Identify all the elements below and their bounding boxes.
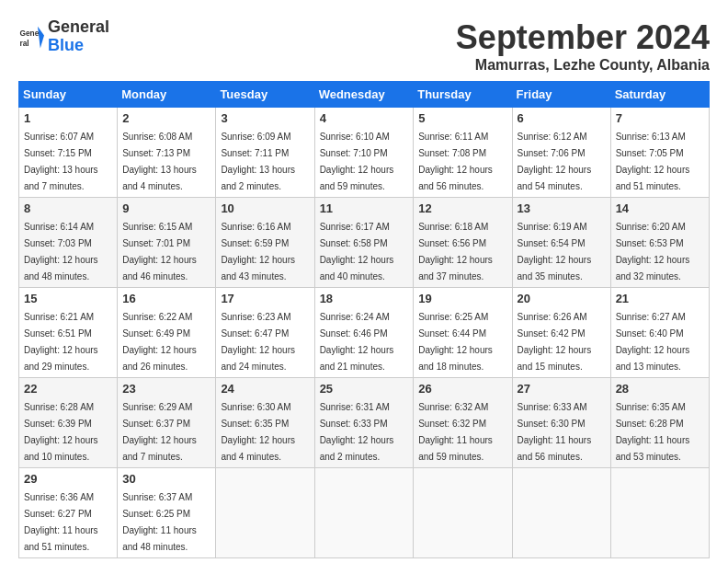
calendar-cell: 5 Sunrise: 6:11 AMSunset: 7:08 PMDayligh… xyxy=(414,108,512,198)
day-info: Sunrise: 6:27 AMSunset: 6:40 PMDaylight:… xyxy=(616,312,690,372)
day-number: 8 xyxy=(24,201,112,215)
day-info: Sunrise: 6:10 AMSunset: 7:10 PMDaylight:… xyxy=(320,132,394,191)
calendar-cell: 4 Sunrise: 6:10 AMSunset: 7:10 PMDayligh… xyxy=(314,108,414,198)
col-friday: Friday xyxy=(512,82,610,108)
day-info: Sunrise: 6:12 AMSunset: 7:06 PMDaylight:… xyxy=(518,132,592,191)
calendar-cell: 24 Sunrise: 6:30 AMSunset: 6:35 PMDaylig… xyxy=(216,378,314,468)
day-number: 17 xyxy=(221,292,309,305)
calendar-cell: 21 Sunrise: 6:27 AMSunset: 6:40 PMDaylig… xyxy=(610,288,709,378)
calendar-cell: 12 Sunrise: 6:18 AMSunset: 6:56 PMDaylig… xyxy=(414,198,512,288)
calendar-cell: 2 Sunrise: 6:08 AMSunset: 7:13 PMDayligh… xyxy=(118,108,216,198)
day-info: Sunrise: 6:11 AMSunset: 7:08 PMDaylight:… xyxy=(418,132,493,191)
day-info: Sunrise: 6:30 AMSunset: 6:35 PMDaylight:… xyxy=(221,402,295,462)
day-number: 3 xyxy=(221,111,309,125)
logo-text: General Blue xyxy=(48,18,109,55)
calendar-cell: 3 Sunrise: 6:09 AMSunset: 7:11 PMDayligh… xyxy=(216,108,314,198)
day-info: Sunrise: 6:08 AMSunset: 7:13 PMDaylight:… xyxy=(122,132,197,191)
day-info: Sunrise: 6:14 AMSunset: 7:03 PMDaylight:… xyxy=(24,222,98,282)
calendar-row: 8 Sunrise: 6:14 AMSunset: 7:03 PMDayligh… xyxy=(19,198,710,288)
day-number: 28 xyxy=(616,382,704,396)
day-info: Sunrise: 6:37 AMSunset: 6:25 PMDaylight:… xyxy=(122,492,197,552)
title-block: September 2024 Mamurras, Lezhe County, A… xyxy=(456,18,710,74)
day-info: Sunrise: 6:09 AMSunset: 7:11 PMDaylight:… xyxy=(221,132,295,191)
day-info: Sunrise: 6:36 AMSunset: 6:27 PMDaylight:… xyxy=(24,492,98,552)
calendar-cell: 6 Sunrise: 6:12 AMSunset: 7:06 PMDayligh… xyxy=(512,108,610,198)
day-info: Sunrise: 6:19 AMSunset: 6:54 PMDaylight:… xyxy=(518,222,592,282)
calendar-cell: 19 Sunrise: 6:25 AMSunset: 6:44 PMDaylig… xyxy=(414,288,512,378)
day-number: 5 xyxy=(418,111,506,125)
calendar-row: 22 Sunrise: 6:28 AMSunset: 6:39 PMDaylig… xyxy=(19,378,710,468)
calendar-cell: 26 Sunrise: 6:32 AMSunset: 6:32 PMDaylig… xyxy=(414,378,512,468)
logo: Gene ral General Blue xyxy=(18,18,109,55)
day-info: Sunrise: 6:07 AMSunset: 7:15 PMDaylight:… xyxy=(24,132,98,191)
calendar-header-row: Sunday Monday Tuesday Wednesday Thursday… xyxy=(19,82,710,108)
day-number: 29 xyxy=(24,472,112,486)
calendar-cell: 30 Sunrise: 6:37 AMSunset: 6:25 PMDaylig… xyxy=(118,468,216,558)
calendar-row: 1 Sunrise: 6:07 AMSunset: 7:15 PMDayligh… xyxy=(19,108,710,198)
svg-marker-3 xyxy=(38,27,44,49)
day-info: Sunrise: 6:20 AMSunset: 6:53 PMDaylight:… xyxy=(616,222,690,282)
calendar-cell xyxy=(512,468,610,558)
day-number: 10 xyxy=(221,201,309,215)
day-number: 6 xyxy=(518,111,606,125)
day-info: Sunrise: 6:18 AMSunset: 6:56 PMDaylight:… xyxy=(418,222,493,282)
day-number: 24 xyxy=(221,382,309,396)
day-info: Sunrise: 6:33 AMSunset: 6:30 PMDaylight:… xyxy=(518,402,592,462)
col-sunday: Sunday xyxy=(19,82,118,108)
col-thursday: Thursday xyxy=(414,82,512,108)
calendar-cell: 20 Sunrise: 6:26 AMSunset: 6:42 PMDaylig… xyxy=(512,288,610,378)
day-number: 4 xyxy=(320,111,409,125)
day-number: 12 xyxy=(418,201,506,215)
location-title: Mamurras, Lezhe County, Albania xyxy=(456,57,710,74)
calendar-cell: 18 Sunrise: 6:24 AMSunset: 6:46 PMDaylig… xyxy=(314,288,414,378)
calendar-cell: 13 Sunrise: 6:19 AMSunset: 6:54 PMDaylig… xyxy=(512,198,610,288)
day-info: Sunrise: 6:23 AMSunset: 6:47 PMDaylight:… xyxy=(221,312,295,372)
day-info: Sunrise: 6:17 AMSunset: 6:58 PMDaylight:… xyxy=(320,222,394,282)
col-monday: Monday xyxy=(118,82,216,108)
day-number: 1 xyxy=(24,111,112,125)
calendar-cell: 8 Sunrise: 6:14 AMSunset: 7:03 PMDayligh… xyxy=(19,198,118,288)
day-info: Sunrise: 6:22 AMSunset: 6:49 PMDaylight:… xyxy=(122,312,197,372)
day-info: Sunrise: 6:13 AMSunset: 7:05 PMDaylight:… xyxy=(616,132,690,191)
month-title: September 2024 xyxy=(456,18,710,57)
day-info: Sunrise: 6:16 AMSunset: 6:59 PMDaylight:… xyxy=(221,222,295,282)
col-saturday: Saturday xyxy=(610,82,709,108)
calendar-cell xyxy=(610,468,709,558)
calendar-cell xyxy=(314,468,414,558)
calendar-table: Sunday Monday Tuesday Wednesday Thursday… xyxy=(18,81,710,558)
day-number: 30 xyxy=(122,472,210,486)
calendar-cell: 15 Sunrise: 6:21 AMSunset: 6:51 PMDaylig… xyxy=(19,288,118,378)
day-number: 16 xyxy=(122,292,210,305)
day-number: 23 xyxy=(122,382,210,396)
day-number: 20 xyxy=(518,292,606,305)
col-wednesday: Wednesday xyxy=(314,82,414,108)
calendar-cell: 22 Sunrise: 6:28 AMSunset: 6:39 PMDaylig… xyxy=(19,378,118,468)
logo-blue: Blue xyxy=(48,37,109,55)
day-info: Sunrise: 6:21 AMSunset: 6:51 PMDaylight:… xyxy=(24,312,98,372)
page-header: Gene ral General Blue September 2024 Mam… xyxy=(18,18,710,74)
calendar-cell: 29 Sunrise: 6:36 AMSunset: 6:27 PMDaylig… xyxy=(19,468,118,558)
day-number: 25 xyxy=(320,382,409,396)
calendar-row: 29 Sunrise: 6:36 AMSunset: 6:27 PMDaylig… xyxy=(19,468,710,558)
day-number: 7 xyxy=(616,111,704,125)
day-number: 2 xyxy=(122,111,210,125)
day-number: 11 xyxy=(320,201,409,215)
calendar-cell: 27 Sunrise: 6:33 AMSunset: 6:30 PMDaylig… xyxy=(512,378,610,468)
col-tuesday: Tuesday xyxy=(216,82,314,108)
day-info: Sunrise: 6:15 AMSunset: 7:01 PMDaylight:… xyxy=(122,222,197,282)
calendar-row: 15 Sunrise: 6:21 AMSunset: 6:51 PMDaylig… xyxy=(19,288,710,378)
day-number: 13 xyxy=(518,201,606,215)
calendar-cell: 23 Sunrise: 6:29 AMSunset: 6:37 PMDaylig… xyxy=(118,378,216,468)
svg-text:Gene: Gene xyxy=(19,28,39,37)
calendar-cell: 25 Sunrise: 6:31 AMSunset: 6:33 PMDaylig… xyxy=(314,378,414,468)
day-info: Sunrise: 6:29 AMSunset: 6:37 PMDaylight:… xyxy=(122,402,197,462)
calendar-cell xyxy=(216,468,314,558)
day-number: 18 xyxy=(320,292,409,305)
day-number: 19 xyxy=(418,292,506,305)
logo-general: General xyxy=(48,18,109,37)
calendar-cell xyxy=(414,468,512,558)
day-info: Sunrise: 6:24 AMSunset: 6:46 PMDaylight:… xyxy=(320,312,394,372)
day-number: 22 xyxy=(24,382,112,396)
day-number: 26 xyxy=(418,382,506,396)
calendar-cell: 17 Sunrise: 6:23 AMSunset: 6:47 PMDaylig… xyxy=(216,288,314,378)
